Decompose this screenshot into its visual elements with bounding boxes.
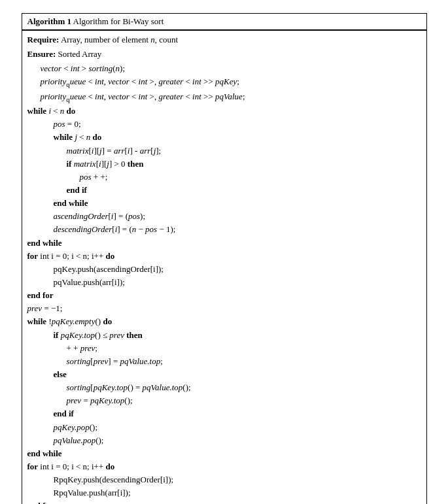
line-rpqkey-push: RpqKey.push(descendingOrder[i]); (27, 473, 421, 486)
line-descending: descendingOrder[i] = (n − pos − 1); (27, 223, 421, 236)
while-i-n-do: while i < n do (27, 105, 421, 118)
while-pqkey-empty: while !pqKey.empty() do (27, 315, 421, 328)
if-pqkey-top: if pqKey.top() ≤ prev then (27, 329, 421, 342)
line-pos-inc: pos + +; (27, 171, 421, 184)
line-pqvalue-push: pqValue.push(arr[i]); (27, 276, 421, 289)
end-if-1: end if (27, 184, 421, 197)
line-prev-pqkey: prev = pqKey.top(); (27, 394, 421, 407)
algorithm-title: Algorithm for Bi-Way sort (73, 16, 164, 26)
end-while-i: end while (27, 237, 421, 250)
ensure-line: Ensure: Sorted Array (27, 48, 421, 61)
for-loop-2: for int i = 0; i < n; i++ do (27, 460, 421, 473)
line-sorting-prev: sorting[prev] = pqValue.top; (27, 355, 421, 368)
for-loop-1: for int i = 0; i < n; i++ do (27, 250, 421, 263)
line-pos-0: pos = 0; (27, 118, 421, 131)
algorithm-body: Require: Array, number of element n, cou… (22, 31, 426, 504)
if-matrix-gt-0: if matrix[i][j] > 0 then (27, 158, 421, 171)
line-pqkey-push: pqKey.push(ascendingOrder[i]); (27, 263, 421, 276)
line-vector: vector < int > sorting(n); (27, 62, 421, 75)
algorithm-header: Algorithm 1 Algorithm for Bi-Way sort (22, 14, 426, 31)
end-while-2: end while (27, 447, 421, 460)
line-prev-inc: + + prev; (27, 342, 421, 355)
end-if-2: end if (27, 407, 421, 420)
end-while-j: end while (27, 197, 421, 210)
end-for-1: end for (27, 289, 421, 302)
while-j-n-do: while j < n do (27, 131, 421, 144)
else-1: else (27, 368, 421, 381)
line-matrix-assign: matrix[i][j] = arr[i] - arr[j]; (27, 144, 421, 158)
line-prev: prev = −1; (27, 302, 421, 315)
algorithm-box: Algorithm 1 Algorithm for Bi-Way sort Re… (22, 13, 427, 504)
line-ascending: ascendingOrder[i] = (pos); (27, 210, 421, 223)
algorithm-label: Algorithm 1 (27, 16, 72, 26)
require-line: Require: Array, number of element n, cou… (27, 33, 421, 46)
line-pqvalue: priorityqueue < int, vector < int >, gre… (27, 90, 421, 105)
line-pqkey-pop: pqKey.pop(); (27, 421, 421, 434)
line-pqkey: priorityqueue < int, vector < int >, gre… (27, 75, 421, 90)
end-for-2: end for (27, 499, 421, 504)
line-sorting-pqkey: sorting[pqKey.top() = pqValue.top(); (27, 381, 421, 394)
line-pqvalue-pop: pqValue.pop(); (27, 434, 421, 447)
line-rpqvalue-push: RpqValue.push(arr[i]); (27, 486, 421, 499)
